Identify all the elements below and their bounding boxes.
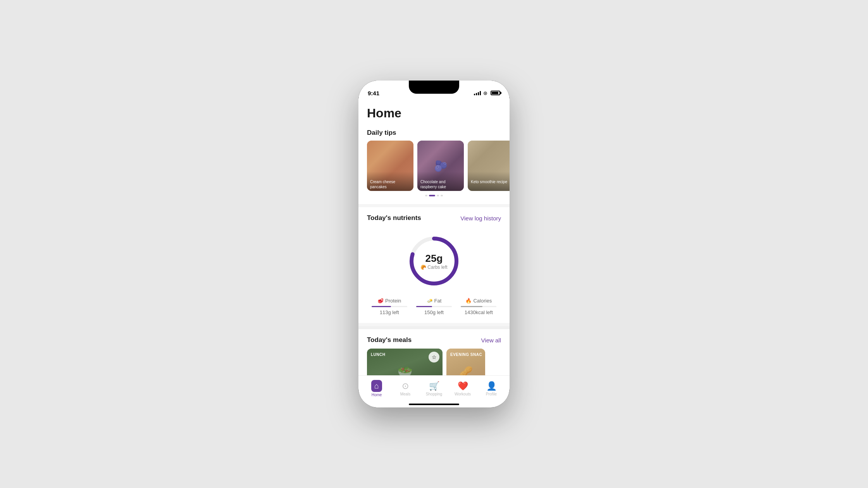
nutrient-fat-name: 🧈 Fat	[427, 298, 442, 304]
tip-card-1[interactable]: Cream cheese pancakes	[367, 141, 413, 191]
nav-workouts[interactable]: ❤️ Workouts	[448, 381, 477, 396]
scroll-indicator	[358, 191, 510, 198]
tip-card-1-label: Cream cheese pancakes	[370, 179, 410, 189]
protein-bar-bg	[372, 306, 407, 307]
donut-value: 25g	[420, 253, 447, 265]
protein-emoji: 🥩	[377, 298, 384, 304]
nutrient-fat: 🧈 Fat 150g left	[412, 298, 456, 315]
meal-card-evening-snack[interactable]: 🥜 EVENING SNAC	[446, 349, 485, 375]
nav-meals[interactable]: ⊙ Meals	[391, 381, 420, 396]
meal-card-lunch[interactable]: 🥗 LUNCH ☆	[367, 349, 443, 375]
scroll-dot-2	[429, 195, 435, 196]
calories-bar-fill	[461, 306, 482, 307]
status-bar: 9:41 ⊛	[358, 81, 510, 100]
calories-amount: 1430kcal left	[465, 309, 493, 315]
phone-screen: 9:41 ⊛ Home D	[358, 81, 510, 407]
calories-bar-bg	[461, 306, 496, 307]
bottom-nav: ⌂ Home ⊙ Meals 🛒 Shopping ❤️ Workouts 👤 …	[358, 375, 510, 407]
tip-card-3-label: Keto smoothie recipe	[471, 179, 510, 184]
nav-profile-label: Profile	[486, 392, 497, 396]
donut-chart-container: 25g 🥐 Carbs left	[367, 232, 501, 290]
status-icons: ⊛	[474, 90, 500, 96]
home-indicator	[409, 404, 459, 405]
nutrients-section: Today's nutrients View log history 25g	[358, 207, 510, 323]
scroll-content[interactable]: Home Daily tips Cream cheese pancakes	[358, 100, 510, 375]
donut-label-emoji: 🥐	[420, 265, 426, 270]
nutrients-title: Today's nutrients	[367, 214, 421, 222]
fat-emoji: 🧈	[427, 298, 433, 304]
title-section: Home Daily tips Cream cheese pancakes	[358, 100, 510, 204]
status-time: 9:41	[368, 90, 379, 96]
tip-card-2[interactable]: 🫐 Chocolate and raspberry cake	[417, 141, 464, 191]
phone-frame: 9:41 ⊛ Home D	[358, 81, 510, 407]
nutrient-bars: 🥩 Protein 113g left 🧈 Fat	[367, 298, 501, 315]
signal-bars-icon	[474, 91, 481, 95]
nav-workouts-label: Workouts	[455, 392, 471, 396]
calories-label: Calories	[473, 298, 492, 304]
tip-card-2-label: Chocolate and raspberry cake	[420, 179, 461, 189]
nutrient-calories: 🔥 Calories 1430kcal left	[456, 298, 501, 315]
page-title: Home	[358, 100, 510, 124]
scroll-dot-1	[425, 195, 427, 196]
home-icon-bg: ⌂	[371, 380, 382, 392]
nav-home-label: Home	[372, 393, 382, 397]
nav-shopping[interactable]: 🛒 Shopping	[420, 381, 448, 396]
wifi-icon: ⊛	[483, 90, 487, 96]
protein-bar-fill	[372, 306, 391, 307]
fat-bar-fill	[416, 306, 432, 307]
nutrient-protein: 🥩 Protein 113g left	[367, 298, 412, 315]
daily-tips-scroll[interactable]: Cream cheese pancakes 🫐 Chocolate and ra…	[358, 141, 510, 191]
notch	[409, 81, 459, 94]
meals-icon: ⊙	[402, 381, 409, 391]
view-log-history-link[interactable]: View log history	[460, 215, 501, 222]
calories-emoji: 🔥	[465, 298, 472, 304]
profile-icon: 👤	[486, 381, 497, 391]
home-icon: ⌂	[374, 381, 379, 390]
nutrient-calories-name: 🔥 Calories	[465, 298, 492, 304]
meal-evening-badge: EVENING SNAC	[450, 352, 482, 357]
fat-bar-bg	[416, 306, 452, 307]
nav-meals-label: Meals	[400, 392, 411, 396]
meals-header: Today's meals View all	[358, 329, 510, 349]
workouts-icon: ❤️	[458, 381, 468, 391]
meals-section: Today's meals View all 🥗 LUNCH ☆	[358, 329, 510, 375]
nav-shopping-label: Shopping	[426, 392, 442, 396]
meals-scroll[interactable]: 🥗 LUNCH ☆ 🥜 EVENING SNAC	[358, 349, 510, 375]
meal-lunch-badge: LUNCH	[371, 352, 386, 357]
nutrient-protein-name: 🥩 Protein	[377, 298, 401, 304]
battery-icon	[491, 91, 500, 95]
nutrients-header: Today's nutrients View log history	[367, 207, 501, 228]
shopping-icon: 🛒	[429, 381, 439, 391]
meals-title: Today's meals	[367, 336, 412, 344]
protein-amount: 113g left	[380, 309, 399, 315]
donut-label: 🥐 Carbs left	[420, 265, 447, 270]
section-divider	[358, 326, 510, 329]
view-all-meals-link[interactable]: View all	[481, 337, 501, 344]
daily-tips-header: Daily tips	[358, 124, 510, 141]
meal-lunch-favorite[interactable]: ☆	[429, 352, 439, 363]
daily-tips-title: Daily tips	[367, 129, 396, 137]
donut-label-text: Carbs left	[427, 265, 447, 270]
scroll-dot-4	[441, 195, 443, 196]
protein-label: Protein	[385, 298, 401, 304]
fat-amount: 150g left	[424, 309, 444, 315]
donut-center: 25g 🥐 Carbs left	[420, 253, 447, 270]
nav-profile[interactable]: 👤 Profile	[477, 381, 506, 396]
tip-card-3[interactable]: Keto smoothie recipe	[468, 141, 510, 191]
scroll-dot-3	[437, 195, 439, 196]
donut-chart: 25g 🥐 Carbs left	[405, 232, 463, 290]
nav-home[interactable]: ⌂ Home	[362, 380, 391, 397]
fat-label: Fat	[434, 298, 442, 304]
